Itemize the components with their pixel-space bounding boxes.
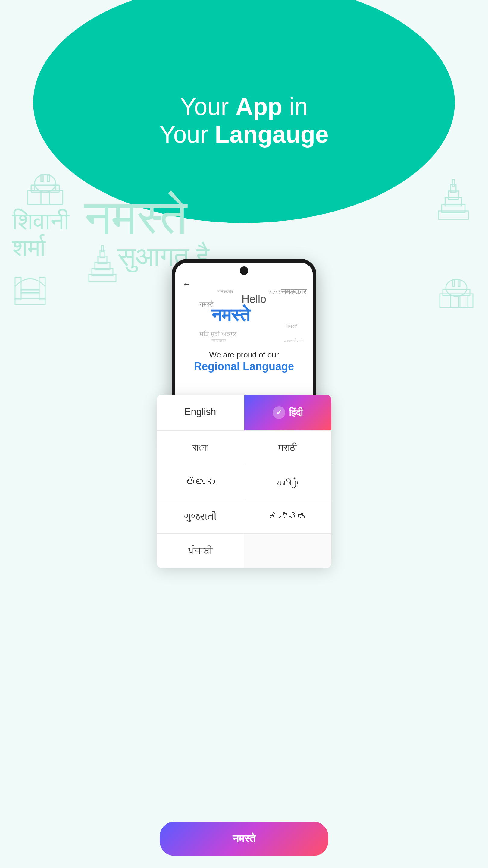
svg-rect-18 bbox=[451, 184, 456, 193]
svg-rect-8 bbox=[89, 274, 116, 282]
wc-namaste-big: नमस्ते bbox=[212, 305, 250, 326]
lang-cell-punjabi[interactable]: ਪੰਜਾਬੀ bbox=[157, 534, 244, 568]
monument-icon-arch-left bbox=[12, 271, 48, 307]
cta-button[interactable]: नमस्ते bbox=[160, 822, 328, 856]
svg-rect-20 bbox=[15, 299, 45, 304]
svg-rect-21 bbox=[15, 277, 21, 300]
monument-icon-top-left bbox=[24, 166, 66, 208]
phone-camera bbox=[240, 267, 248, 275]
lang-label-marathi: मराठी bbox=[278, 442, 297, 453]
lang-cell-kannada[interactable]: ಕನ್ನಡ bbox=[244, 499, 332, 533]
svg-point-2 bbox=[35, 175, 56, 192]
svg-rect-28 bbox=[453, 280, 455, 286]
svg-rect-22 bbox=[39, 277, 45, 300]
bottom-cta-wrapper: नमस्ते bbox=[160, 822, 328, 856]
lang-label-kannada: ಕನ್ನಡ bbox=[268, 511, 307, 522]
lang-cell-marathi[interactable]: मराठी bbox=[244, 431, 332, 465]
svg-rect-0 bbox=[28, 190, 63, 205]
phone-subtitle: We are proud of our bbox=[209, 350, 279, 360]
svg-rect-23 bbox=[21, 289, 39, 291]
svg-rect-11 bbox=[98, 256, 107, 264]
svg-rect-26 bbox=[443, 289, 470, 296]
monument-icon-mid-left bbox=[87, 244, 118, 283]
hero-circle: Your App in Your Langauge bbox=[33, 0, 455, 223]
svg-rect-30 bbox=[451, 296, 458, 307]
hero-app-bold: App bbox=[235, 93, 283, 120]
wc-namaste-mid: नमस्कार bbox=[281, 287, 307, 297]
lang-cell-telugu[interactable]: తెలుగు bbox=[157, 465, 244, 499]
lang-label-english: English bbox=[184, 406, 216, 417]
svg-point-27 bbox=[446, 279, 467, 296]
svg-rect-24 bbox=[21, 292, 39, 294]
lang-cell-gujarati[interactable]: ગુજરાતી bbox=[157, 499, 244, 533]
lang-cell-english[interactable]: English bbox=[157, 395, 244, 430]
language-grid-wrapper: English ✓ हिंदी বাংলা मराठी తెలుగు தமிழ் bbox=[157, 395, 331, 568]
wc-namaste-sm2: नमस्ते bbox=[286, 323, 298, 330]
language-grid: English ✓ हिंदी বাংলা मराठी తెలుగు தமிழ் bbox=[157, 395, 331, 568]
deco-name-text: शिवानीशर्मा bbox=[12, 208, 69, 261]
wc-namaskar3: नमस्कार bbox=[212, 338, 226, 344]
svg-rect-31 bbox=[460, 296, 468, 307]
svg-rect-15 bbox=[442, 204, 465, 213]
check-icon: ✓ bbox=[272, 406, 285, 419]
wc-satsri: ਸਤਿ ਸ੍ਰੀ ਅਕਾਲ bbox=[199, 331, 237, 338]
svg-rect-17 bbox=[449, 191, 458, 199]
language-row-3: తెలుగు தமிழ் bbox=[157, 465, 331, 499]
language-row-4: ગુજરાતી ಕನ್ನಡ bbox=[157, 499, 331, 534]
lang-cell-tamil[interactable]: தமிழ் bbox=[244, 465, 332, 499]
svg-rect-7 bbox=[41, 192, 50, 205]
lang-label-tamil: தமிழ் bbox=[278, 476, 298, 487]
hero-text: Your App in Your Langauge bbox=[159, 93, 329, 148]
back-button[interactable]: ← bbox=[183, 279, 191, 289]
lang-label-hindi: हिंदी bbox=[289, 407, 303, 418]
lang-label-telugu: తెలుగు bbox=[186, 476, 215, 487]
svg-rect-3 bbox=[41, 175, 43, 181]
lang-label-punjabi: ਪੰਜਾਬੀ bbox=[188, 545, 213, 556]
monument-icon-top-right bbox=[437, 178, 470, 217]
svg-rect-4 bbox=[47, 175, 50, 181]
hero-line1: Your App in bbox=[159, 93, 329, 121]
wc-vanakkam: வணக்கம் bbox=[284, 338, 304, 344]
language-row-1: English ✓ हिंदी bbox=[157, 395, 331, 431]
word-cloud: नमस्कार నమస్కారం नमस्ते Hello नमस्ते नमस… bbox=[175, 287, 313, 347]
svg-rect-13 bbox=[101, 246, 103, 252]
svg-rect-10 bbox=[95, 262, 110, 270]
wc-namaskar1: नमस्कार bbox=[218, 288, 233, 295]
lang-cell-hindi[interactable]: ✓ हिंदी bbox=[244, 395, 332, 430]
lang-label-bangla: বাংলা bbox=[193, 442, 208, 453]
svg-rect-1 bbox=[31, 185, 59, 192]
language-row-5: ਪੰਜਾਬੀ bbox=[157, 534, 331, 568]
svg-rect-16 bbox=[445, 198, 462, 206]
lang-label-gujarati: ગુજરાતી bbox=[184, 511, 217, 522]
monument-icon-dome-right bbox=[437, 271, 476, 310]
language-row-2: বাংলা मराठी bbox=[157, 431, 331, 465]
hero-language-bold: Langauge bbox=[215, 121, 329, 148]
svg-rect-14 bbox=[438, 211, 468, 219]
hero-line2: Your Langauge bbox=[159, 121, 329, 148]
phone-regional-label: Regional Language bbox=[194, 360, 294, 373]
svg-rect-19 bbox=[452, 180, 455, 186]
svg-rect-12 bbox=[100, 250, 105, 258]
svg-rect-25 bbox=[440, 294, 473, 307]
lang-cell-empty bbox=[244, 534, 331, 568]
svg-rect-29 bbox=[458, 280, 460, 286]
svg-rect-9 bbox=[92, 268, 113, 276]
wc-hello: Hello bbox=[241, 293, 266, 306]
lang-cell-bangla[interactable]: বাংলা bbox=[157, 431, 244, 465]
